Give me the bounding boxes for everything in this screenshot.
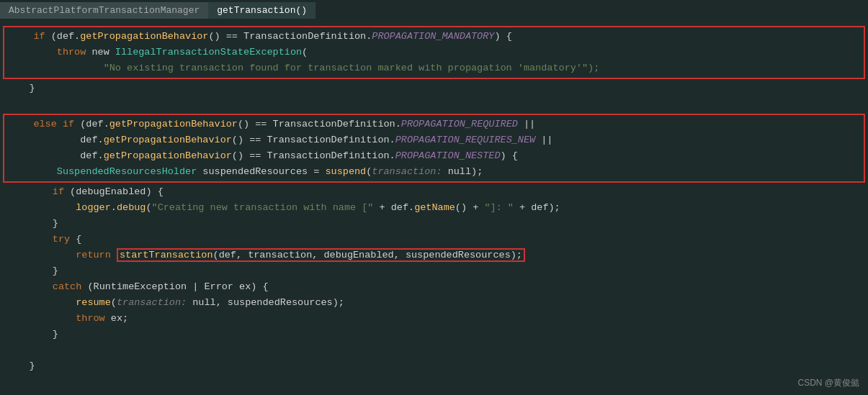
code-line: logger.debug("Creating new transaction w… (0, 200, 868, 216)
tab-bar: AbstractPlatformTransactionManager getTr… (0, 0, 868, 20)
code-line: resume(transaction: null, suspendedResou… (0, 295, 868, 311)
code-line: try { (0, 232, 868, 248)
code-line: } (0, 327, 868, 342)
code-line: else if (def.getPropagationBehavior() ==… (4, 117, 864, 132)
code-line: } (0, 358, 868, 374)
code-line: } (0, 216, 868, 232)
code-line (0, 342, 868, 358)
code-line: return startTransaction(def, transaction… (0, 248, 868, 263)
highlight-block-2: else if (def.getPropagationBehavior() ==… (3, 114, 865, 183)
highlight-block-1: if (def.getPropagationBehavior() == Tran… (3, 26, 865, 79)
code-line: SuspendedResourcesHolder suspendedResour… (4, 164, 864, 180)
code-area: if (def.getPropagationBehavior() == Tran… (0, 20, 868, 395)
tab-gettransaction[interactable]: getTransaction() (208, 2, 316, 19)
code-line: catch (RuntimeException | Error ex) { (0, 279, 868, 295)
code-line: throw ex; (0, 311, 868, 327)
code-line: } (0, 263, 868, 279)
tab-abstract[interactable]: AbstractPlatformTransactionManager (0, 2, 208, 19)
code-line: if (debugEnabled) { (0, 184, 868, 200)
code-line: def.getPropagationBehavior() == Transact… (4, 148, 864, 164)
code-line: def.getPropagationBehavior() == Transact… (4, 132, 864, 148)
code-line (0, 96, 868, 112)
code-line: "No existing transaction found for trans… (4, 60, 864, 76)
code-line: } (0, 81, 868, 96)
code-line: throw new IllegalTransactionStateExcepti… (4, 45, 864, 60)
watermark: CSDN @黄俊懿 (797, 377, 859, 389)
code-line: if (def.getPropagationBehavior() == Tran… (4, 29, 864, 45)
